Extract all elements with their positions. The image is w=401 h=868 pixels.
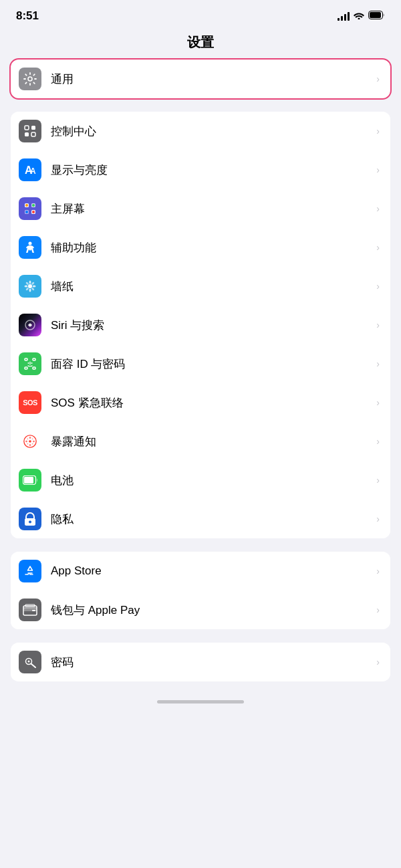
settings-row-sos[interactable]: SOS SOS 紧急联络 › [11,383,390,422]
settings-row-passwords[interactable]: 密码 › [11,643,390,681]
settings-row-wallet[interactable]: 钱包与 Apple Pay › [11,590,390,629]
face-id-chevron: › [376,358,380,369]
svg-point-26 [25,287,29,291]
battery-label: 电池 [51,473,374,488]
wallpaper-label: 墙纸 [51,279,374,294]
svg-rect-4 [31,126,35,130]
exposure-label: 暴露通知 [51,434,374,449]
display-chevron: › [376,165,380,175]
svg-rect-28 [25,358,27,360]
svg-point-41 [27,438,28,439]
password-section: 密码 › [11,643,390,681]
svg-line-54 [31,664,36,668]
svg-rect-5 [25,132,29,136]
accessibility-icon [19,236,41,259]
settings-row-exposure[interactable]: 暴露通知 › [11,422,390,461]
svg-rect-3 [25,126,29,130]
general-icon [19,68,41,90]
svg-point-17 [29,242,32,245]
general-label: 通用 [51,72,374,87]
display-icon: A A [19,158,41,181]
svg-rect-6 [31,132,35,136]
svg-point-42 [32,438,33,439]
svg-rect-1 [370,12,381,18]
control-center-icon [19,120,41,142]
svg-rect-29 [33,358,35,360]
general-chevron: › [376,74,380,84]
privacy-label: 隐私 [51,512,374,527]
settings-row-home-screen[interactable]: 主屏幕 › [11,189,390,228]
password-label: 密码 [51,655,374,670]
siri-chevron: › [376,320,380,330]
home-indicator-bar [157,700,244,703]
settings-row-general[interactable]: 通用 › [11,60,390,98]
home-indicator [0,695,401,706]
svg-rect-31 [33,367,35,369]
home-screen-chevron: › [376,203,380,214]
status-bar: 8:51 [0,0,401,28]
svg-point-44 [32,443,33,445]
svg-point-33 [31,362,33,364]
status-time: 8:51 [16,9,39,23]
display-section: 控制中心 › A A 显示与亮度 › [11,112,390,538]
battery-row-icon [19,469,41,492]
signal-icon [338,11,350,21]
settings-row-siri[interactable]: Siri 与搜索 › [11,306,390,344]
app-store-label: App Store [51,564,374,578]
siri-label: Siri 与搜索 [51,318,374,333]
wallet-icon [19,599,41,621]
privacy-chevron: › [376,514,380,524]
exposure-icon [19,430,41,453]
app-store-chevron: › [376,566,380,576]
settings-row-face-id[interactable]: 面容 ID 与密码 › [11,344,390,383]
home-screen-icon [19,197,41,220]
accessibility-chevron: › [376,242,380,253]
settings-row-wallpaper[interactable]: 墙纸 › [11,267,390,306]
svg-point-16 [32,211,35,213]
face-id-label: 面容 ID 与密码 [51,356,374,372]
settings-row-display[interactable]: A A 显示与亮度 › [11,150,390,189]
privacy-icon [19,508,41,530]
battery-icon [368,10,385,22]
sos-chevron: › [376,397,380,408]
home-screen-label: 主屏幕 [51,201,374,217]
status-icons [338,10,385,22]
app-store-icon [19,560,41,582]
svg-point-20 [29,289,31,292]
svg-rect-52 [32,610,35,611]
siri-icon [19,314,41,336]
svg-point-32 [28,362,29,364]
svg-point-2 [28,77,32,81]
wallpaper-icon [19,275,41,298]
wallet-chevron: › [376,605,380,615]
face-id-icon [19,352,41,375]
general-section: 通用 › [11,60,390,98]
settings-row-privacy[interactable]: 隐私 › [11,500,390,538]
svg-point-21 [25,286,28,288]
settings-row-control-center[interactable]: 控制中心 › [11,112,390,150]
wallet-label: 钱包与 Apple Pay [51,603,374,618]
svg-point-37 [25,441,27,443]
svg-point-19 [29,281,31,284]
svg-point-39 [29,437,31,439]
svg-point-36 [29,440,31,443]
svg-point-48 [29,521,31,524]
svg-point-18 [28,284,32,288]
control-center-chevron: › [376,126,380,136]
svg-rect-46 [24,477,33,483]
sos-icon: SOS [19,391,41,414]
password-icon [19,651,41,673]
svg-point-15 [25,211,28,213]
settings-row-accessibility[interactable]: 辅助功能 › [11,228,390,267]
svg-point-38 [33,441,35,443]
svg-rect-30 [25,367,27,369]
svg-point-40 [29,444,31,446]
svg-point-43 [27,443,28,445]
svg-point-25 [31,282,35,286]
wallpaper-chevron: › [376,281,380,292]
svg-point-23 [25,282,29,286]
accessibility-label: 辅助功能 [51,240,374,255]
settings-row-app-store[interactable]: App Store › [11,552,390,590]
settings-row-battery[interactable]: 电池 › [11,461,390,500]
password-chevron: › [376,657,380,667]
